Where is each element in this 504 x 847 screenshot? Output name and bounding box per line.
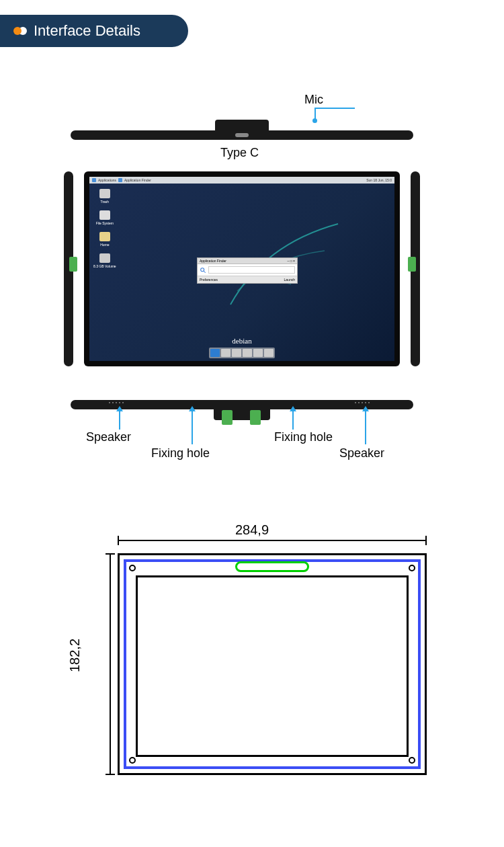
- mount-hole-icon: [129, 565, 136, 571]
- mount-hole-icon: [129, 757, 136, 764]
- desktop-icon-volume: 8.3 GB Volume: [93, 253, 116, 268]
- dimension-tick: [106, 774, 115, 775]
- svg-point-0: [201, 268, 204, 271]
- prefs-button: Preferences: [200, 278, 218, 282]
- connector-icon: [222, 410, 233, 425]
- mount-hole-icon: [409, 757, 415, 764]
- dock: [209, 348, 275, 358]
- callout-dot: [312, 118, 317, 123]
- window-footer: Preferences Launch: [198, 276, 297, 283]
- dimension-line: [110, 553, 111, 775]
- connector-icon: [250, 410, 261, 425]
- device-front: Applications Application Finder Sun 18 J…: [84, 171, 400, 366]
- arrow-up-icon: [362, 406, 369, 411]
- finder-icon: [118, 178, 122, 182]
- window-controls: – □ ×: [288, 259, 296, 263]
- connector-icon: [408, 257, 416, 272]
- taskbar-apps: Applications: [98, 178, 116, 182]
- apps-icon: [92, 178, 96, 182]
- os-label: debian: [89, 337, 394, 345]
- trash-icon: [99, 189, 110, 198]
- desktop-icon-filesystem: File System: [93, 210, 116, 225]
- dock-item: [210, 349, 220, 357]
- dimension-tick: [118, 536, 119, 545]
- callout-line: [314, 108, 355, 109]
- callout-typec: Type C: [220, 146, 259, 160]
- desktop-icon-home: Home: [93, 232, 116, 247]
- speaker-grille-icon: [109, 402, 124, 403]
- search-row: [198, 264, 297, 276]
- outline-inner: [136, 575, 409, 757]
- bullet-icon: [13, 27, 27, 35]
- callout-fixing-right: Fixing hole: [274, 430, 333, 444]
- application-finder-window: Application Finder – □ × Preferences Lau…: [197, 257, 298, 284]
- dimension-height: 182,2: [67, 639, 83, 672]
- dock-item: [253, 349, 263, 357]
- speaker-grille-icon: [355, 402, 370, 403]
- taskbar-finder: Application Finder: [124, 178, 151, 182]
- dimension-tick: [425, 536, 427, 545]
- drive-icon: [99, 210, 110, 220]
- dock-item: [232, 349, 241, 357]
- desktop-icons: Trash File System Home 8.3 GB Volume: [93, 189, 116, 268]
- desktop-icon-trash: Trash: [93, 189, 116, 204]
- callout-speaker-right: Speaker: [339, 446, 384, 460]
- screen-content: Applications Application Finder Sun 18 J…: [89, 177, 394, 361]
- callout-speaker-left: Speaker: [86, 430, 131, 444]
- dock-item: [243, 349, 252, 357]
- dimension-width: 284,9: [235, 522, 269, 538]
- window-titlebar: Application Finder – □ ×: [198, 258, 297, 264]
- dock-item: [264, 349, 274, 357]
- callout-mic: Mic: [304, 93, 323, 107]
- section-title: Interface Details: [34, 22, 140, 40]
- callout-line: [365, 411, 366, 444]
- search-icon: [200, 267, 206, 274]
- callout-fixing-left: Fixing hole: [151, 446, 210, 460]
- mount-hole-icon: [409, 565, 415, 571]
- taskbar: Applications Application Finder Sun 18 J…: [89, 177, 394, 184]
- type-c-port-icon: [235, 133, 249, 137]
- callout-line: [192, 411, 193, 444]
- callout-line: [119, 411, 120, 430]
- callout-line: [292, 411, 294, 430]
- arrow-up-icon: [290, 406, 296, 411]
- drive-icon: [99, 253, 110, 263]
- connector-icon: [69, 257, 77, 272]
- folder-icon: [99, 232, 110, 241]
- callout-line: [314, 109, 316, 119]
- outline-outer: [118, 553, 427, 775]
- arrow-up-icon: [116, 406, 123, 411]
- launch-button: Launch: [284, 278, 295, 282]
- dimension-line: [118, 540, 427, 541]
- dock-item: [221, 349, 230, 357]
- window-title: Application Finder: [200, 259, 226, 263]
- camera-slot-icon: [235, 561, 309, 572]
- search-input: [208, 266, 295, 274]
- dimension-tick: [106, 553, 115, 555]
- dimension-drawing: 284,9 182,2: [77, 541, 427, 803]
- section-header: Interface Details: [0, 15, 188, 47]
- svg-line-1: [204, 271, 206, 273]
- arrow-up-icon: [189, 406, 196, 411]
- taskbar-date: Sun 18 Jun, 15:0: [366, 178, 392, 182]
